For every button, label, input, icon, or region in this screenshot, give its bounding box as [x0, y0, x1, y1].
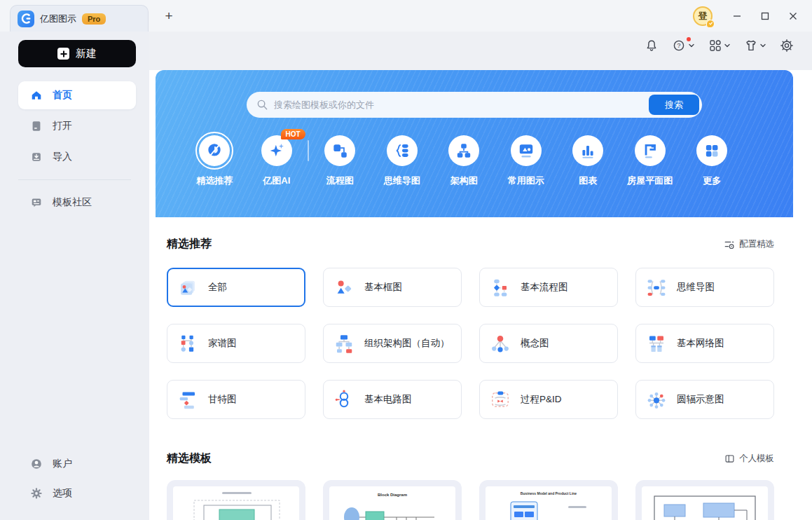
thumbnail-diagram: Block Diagram: [329, 486, 455, 520]
template-card-basic-flowchart[interactable]: 基本流程图: [479, 268, 618, 307]
thumbnail-diagram: [642, 486, 768, 520]
gantt-icon: [177, 389, 198, 410]
category-architecture[interactable]: 架构图: [433, 135, 495, 187]
template-thumbnail[interactable]: [167, 480, 305, 520]
template-thumbnail[interactable]: [635, 480, 774, 520]
template-thumbnail[interactable]: Block Diagram: [323, 480, 462, 520]
category-common-diagrams[interactable]: 常用图示: [495, 135, 558, 187]
sidebar-item-template-community[interactable]: 模板社区: [18, 189, 136, 217]
architecture-icon: [455, 142, 473, 160]
category-floor-plan[interactable]: 房屋平面图: [619, 135, 682, 187]
new-document-button[interactable]: 新建: [18, 40, 136, 67]
new-tab-button[interactable]: +: [160, 7, 178, 25]
radial-diagram-icon: [646, 389, 667, 410]
sidebar-divider: [18, 179, 131, 180]
import-icon: [30, 151, 43, 163]
family-tree-icon: [177, 333, 198, 354]
concept-map-icon: [490, 333, 511, 354]
template-card-process-pid[interactable]: 过程P&ID: [479, 380, 618, 419]
titlebar: 亿图图示 Pro + 登: [0, 0, 812, 32]
user-avatar[interactable]: 登: [693, 6, 713, 26]
close-button[interactable]: [783, 6, 804, 27]
common-diagrams-icon: [517, 142, 535, 160]
plus-icon: [57, 48, 69, 60]
notifications-bell-icon[interactable]: [645, 39, 659, 53]
file-icon: [30, 120, 43, 132]
template-card-org-chart-auto[interactable]: 组织架构图（自动）: [323, 324, 462, 363]
org-chart-icon: [333, 333, 355, 354]
help-menu-icon[interactable]: ?: [673, 39, 694, 53]
template-card-basic-block[interactable]: 基本框图: [323, 268, 462, 307]
community-icon: [30, 196, 43, 209]
configure-icon: [724, 239, 735, 250]
mindmap-icon: [393, 142, 411, 160]
app-logo-icon: [18, 11, 34, 27]
search-icon: [256, 99, 268, 111]
process-pid-icon: [490, 389, 511, 410]
featured-section-title: 精选推荐: [167, 237, 212, 252]
basic-network-icon: [646, 333, 667, 354]
template-card-mindmap[interactable]: 思维导图: [635, 268, 774, 307]
ai-sparkle-icon: [267, 141, 287, 160]
category-ai[interactable]: HOT 亿图AI: [246, 135, 308, 187]
template-card-concept-map[interactable]: 概念图: [479, 324, 618, 363]
thumbnail-diagram: [173, 486, 299, 520]
template-card-family-tree[interactable]: 家谱图: [167, 324, 305, 363]
main-content: 搜索 精选推荐 HOT 亿图AI 流程图 思维导图: [149, 70, 812, 520]
theme-shirt-icon[interactable]: [744, 39, 766, 53]
search-button[interactable]: 搜索: [649, 95, 699, 115]
sidebar-item-open[interactable]: 打开: [18, 112, 136, 140]
vip-check-icon: [706, 20, 715, 28]
search-bar: 搜索: [247, 92, 702, 118]
svg-text:?: ?: [677, 41, 680, 49]
template-card-basic-circuit[interactable]: 基本电路图: [323, 380, 462, 419]
chevron-down-icon: [760, 43, 766, 48]
minimize-button[interactable]: [727, 6, 748, 27]
notification-dot: [687, 37, 691, 41]
settings-gear-icon[interactable]: [780, 39, 794, 53]
chevron-down-icon: [689, 43, 694, 48]
maximize-button[interactable]: [755, 6, 776, 27]
template-card-gantt[interactable]: 甘特图: [167, 380, 305, 419]
template-thumbnail[interactable]: Business Model and Product Line: [479, 480, 618, 520]
category-mindmap[interactable]: 思维导图: [371, 135, 434, 187]
sidebar-item-import[interactable]: 导入: [18, 143, 136, 171]
tab-title: 亿图图示: [40, 13, 76, 25]
flowchart-icon: [331, 142, 349, 160]
all-templates-icon: [177, 277, 198, 298]
home-icon: [30, 89, 43, 102]
template-card-all[interactable]: 全部: [167, 268, 305, 307]
category-more[interactable]: 更多: [681, 135, 743, 187]
featured-badge-icon: [205, 142, 223, 160]
template-card-radial-diagram[interactable]: 圆辐示意图: [635, 380, 774, 419]
apps-grid-icon[interactable]: [708, 39, 730, 53]
configure-featured-link[interactable]: 配置精选: [724, 238, 774, 250]
templates-section-title: 精选模板: [167, 451, 212, 466]
category-featured[interactable]: 精选推荐: [184, 135, 246, 187]
sidebar: 新建 首页 打开 导入 模板社区 账户 选项: [0, 32, 149, 520]
svg-text:Business Model and Product Lin: Business Model and Product Line: [521, 491, 577, 495]
sidebar-item-options[interactable]: 选项: [18, 479, 136, 507]
personal-templates-icon: [724, 453, 735, 464]
chevron-down-icon: [724, 43, 730, 48]
sidebar-item-home[interactable]: 首页: [18, 81, 136, 109]
thumbnail-diagram: Business Model and Product Line: [486, 486, 612, 520]
basic-circuit-icon: [333, 389, 355, 410]
template-card-basic-network[interactable]: 基本网络图: [635, 324, 774, 363]
floor-plan-icon: [641, 142, 659, 160]
search-input[interactable]: [274, 100, 649, 110]
pro-badge: Pro: [82, 13, 106, 25]
sidebar-item-account[interactable]: 账户: [18, 450, 136, 478]
options-gear-icon: [30, 487, 43, 500]
basic-flowchart-icon: [490, 277, 511, 298]
account-icon: [30, 458, 43, 470]
personal-templates-link[interactable]: 个人模板: [724, 453, 774, 465]
mindmap-card-icon: [646, 277, 667, 298]
hot-badge: HOT: [281, 129, 305, 139]
svg-text:Block Diagram: Block Diagram: [378, 493, 407, 497]
category-flowchart[interactable]: 流程图: [309, 135, 371, 187]
bar-chart-icon: [579, 142, 597, 160]
app-tab[interactable]: 亿图图示 Pro: [10, 5, 149, 32]
category-charts[interactable]: 图表: [557, 135, 619, 187]
basic-block-icon: [333, 277, 355, 298]
